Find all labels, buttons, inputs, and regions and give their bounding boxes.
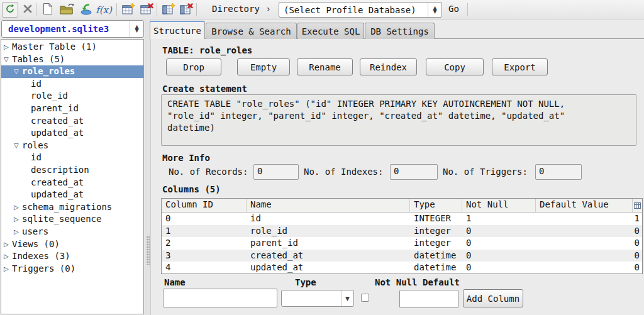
tree-item-role-roles[interactable]: ▽role_roles <box>1 65 143 78</box>
records-label: No. of Records: <box>169 167 248 177</box>
expander-closed-icon[interactable]: ▷ <box>4 250 9 263</box>
tree-item-triggers[interactable]: ▷Triggers (0) <box>1 263 143 275</box>
toolbar-separator <box>116 3 117 16</box>
expander-closed-icon[interactable]: ▷ <box>4 238 9 251</box>
expander-closed-icon[interactable]: ▷ <box>4 263 9 275</box>
chevron-down-icon[interactable]: ▼ <box>341 290 353 306</box>
expander-open-icon[interactable]: ▽ <box>14 140 19 152</box>
tree-item-column[interactable]: role_id <box>1 90 143 102</box>
tree-item-users[interactable]: ▷users <box>1 226 143 238</box>
tree-item-label: id <box>31 152 42 162</box>
tab-execute-sql[interactable]: Execute SQL <box>297 23 364 39</box>
button-label: Export <box>504 62 536 72</box>
spinner-arrows-icon[interactable]: ▲▼ <box>130 21 143 37</box>
cell-not-null: 1 <box>462 213 536 225</box>
tree-item-label: Views (0) <box>12 239 60 249</box>
tree-item-label: Indexes (3) <box>12 251 70 261</box>
tree-item-column[interactable]: description <box>1 164 143 177</box>
preferences-button[interactable] <box>19 2 36 18</box>
tree-item-column[interactable]: created_at <box>1 177 143 189</box>
tree-item-column[interactable]: id <box>1 78 143 91</box>
type-label: Type <box>295 277 316 287</box>
pane-splitter[interactable] <box>145 19 151 315</box>
tree-item-column[interactable]: created_at <box>1 115 143 128</box>
profile-database-value: (Select Profile Database) <box>279 5 416 15</box>
header-column-id[interactable]: Column ID <box>162 199 247 212</box>
table-row[interactable]: 2 parent_id integer 0 0 <box>162 237 642 250</box>
tree-item-roles[interactable]: ▽roles <box>1 140 143 152</box>
export-button[interactable]: Export <box>492 58 548 75</box>
tree-item-views[interactable]: ▷Views (0) <box>1 238 143 251</box>
tab-label: DB Settings <box>370 26 429 36</box>
function-icon: f(x) <box>96 4 112 16</box>
rename-button[interactable]: Rename <box>297 58 353 75</box>
expander-closed-icon[interactable]: ▷ <box>4 41 9 53</box>
copy-button[interactable]: Copy <box>426 58 484 75</box>
tab-label: Structure <box>153 26 201 36</box>
cell-type: datetime <box>410 250 462 262</box>
profile-database-combobox[interactable]: (Select Profile Database) ▲▼ <box>279 2 442 18</box>
create-table-button[interactable] <box>120 2 136 18</box>
tree-item-column[interactable]: id <box>1 152 143 164</box>
table-row[interactable]: 1 role_id integer 0 0 <box>162 225 642 238</box>
cell-pk: 1 <box>633 213 642 225</box>
new-database-button[interactable] <box>40 2 56 18</box>
cell-column-id: 1 <box>162 225 247 238</box>
expander-open-icon[interactable]: ▽ <box>4 53 9 66</box>
add-column-button-toolbar[interactable] <box>160 2 177 18</box>
drop-table-button[interactable] <box>138 2 155 18</box>
database-file-combobox[interactable]: development.sqlite3 ▲▼ <box>1 20 144 38</box>
tree-item-label: Tables (5) <box>12 54 65 64</box>
not-null-checkbox[interactable] <box>361 294 369 302</box>
open-folder-icon <box>60 3 75 17</box>
expander-open-icon[interactable]: ▽ <box>14 65 19 78</box>
refresh-button[interactable] <box>2 2 18 18</box>
tree-item-master-table[interactable]: ▷Master Table (1) <box>1 41 143 53</box>
import-button[interactable] <box>78 2 94 18</box>
cell-name: role_id <box>247 225 410 238</box>
cell-default <box>536 213 633 225</box>
spinner-arrows-icon[interactable]: ▲▼ <box>428 3 441 17</box>
toolbar-separator <box>467 3 468 16</box>
empty-button[interactable]: Empty <box>237 58 290 75</box>
cell-not-null: 0 <box>462 237 536 250</box>
expander-closed-icon[interactable]: ▷ <box>14 226 19 238</box>
drop-button[interactable]: Drop <box>166 58 221 75</box>
table-row[interactable]: 3 created_at datetime 0 0 <box>162 250 642 262</box>
expander-closed-icon[interactable]: ▷ <box>14 213 19 226</box>
tree-item-indexes[interactable]: ▷Indexes (3) <box>1 250 143 263</box>
new-column-default-input[interactable] <box>399 290 458 308</box>
go-button[interactable]: Go <box>448 4 459 14</box>
tree-item-tables[interactable]: ▽Tables (5) <box>1 53 143 66</box>
function-button[interactable]: f(x) <box>94 2 113 18</box>
tree-item-sqlite-sequence[interactable]: ▷sqlite_sequence <box>1 213 143 226</box>
header-default-value[interactable]: Default Value <box>536 199 633 212</box>
table-row[interactable]: 0 id INTEGER 1 1 <box>162 213 642 225</box>
add-column-button[interactable]: Add Column <box>463 289 523 307</box>
expander-closed-icon[interactable]: ▷ <box>14 201 19 214</box>
main-toolbar: f(x) Directory › (Select <box>0 0 644 20</box>
tree-item-column[interactable]: parent_id <box>1 102 143 115</box>
reindex-button[interactable]: Reindex <box>360 58 417 75</box>
cell-default <box>536 237 633 250</box>
tree-item-column[interactable]: updated_at <box>1 189 143 201</box>
header-corner-grid-icon[interactable] <box>633 199 642 212</box>
tree-item-schema-migrations[interactable]: ▷schema_migrations <box>1 201 143 214</box>
drop-column-button-toolbar[interactable] <box>178 2 194 18</box>
tab-structure[interactable]: Structure <box>150 21 205 39</box>
tab-db-settings[interactable]: DB Settings <box>365 23 435 39</box>
header-not-null[interactable]: Not Null <box>462 199 536 212</box>
toolbar-separator <box>36 3 36 16</box>
open-database-button[interactable] <box>58 2 77 18</box>
tab-browse-search[interactable]: Browse & Search <box>206 23 297 39</box>
header-type[interactable]: Type <box>410 199 462 212</box>
tree-item-label: users <box>22 226 48 236</box>
directory-menu[interactable]: Directory <box>212 4 260 14</box>
new-column-type-combobox[interactable]: ▼ <box>281 290 354 307</box>
new-column-name-input[interactable] <box>163 289 277 307</box>
table-row[interactable]: 4 updated_at datetime 0 0 <box>162 262 642 274</box>
tree-item-column[interactable]: updated_at <box>1 127 143 140</box>
header-name[interactable]: Name <box>247 199 410 212</box>
name-label: Name <box>164 277 186 287</box>
cell-type: datetime <box>410 262 462 274</box>
